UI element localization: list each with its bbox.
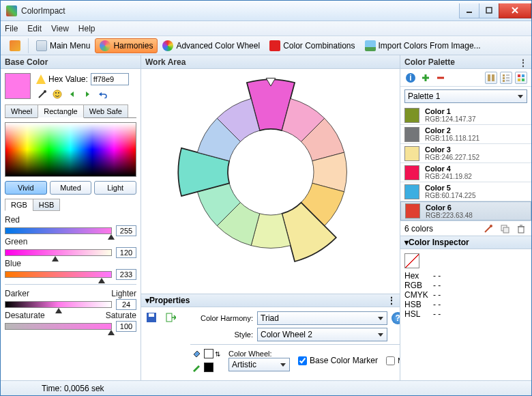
palette-swatch <box>405 203 420 218</box>
next-color-icon[interactable] <box>81 88 93 100</box>
palette-header: Color Palette⋮ <box>400 55 531 69</box>
swap-icon[interactable]: ⇅ <box>215 350 220 358</box>
trash-icon[interactable] <box>515 223 527 235</box>
palette-swatch <box>404 184 419 199</box>
close-button[interactable] <box>499 3 531 18</box>
svg-rect-18 <box>492 74 494 81</box>
blue-value[interactable] <box>116 269 136 280</box>
panel-menu-icon[interactable]: ⋮ <box>519 58 527 66</box>
remove-color-icon[interactable] <box>434 72 447 84</box>
tab-rectangle[interactable]: Rectangle <box>38 104 84 118</box>
menu-view[interactable]: View <box>51 24 69 33</box>
pencil-icon[interactable] <box>190 361 203 373</box>
tab-rgb[interactable]: RGB <box>5 199 33 211</box>
work-area-canvas[interactable] <box>141 69 400 294</box>
color-picker-rectangle[interactable] <box>5 122 136 177</box>
red-label: Red <box>5 215 20 225</box>
inspector-header: ▾ Color Inspector <box>400 236 531 249</box>
darklight-value[interactable] <box>116 299 136 310</box>
palette-item[interactable]: Color 4RGB:241.19.82 <box>400 163 531 182</box>
undo-icon[interactable] <box>96 88 108 100</box>
svg-rect-10 <box>149 313 154 317</box>
export-icon[interactable] <box>164 311 177 324</box>
menu-file[interactable]: File <box>5 24 18 33</box>
base-color-header: Base Color <box>1 55 141 69</box>
help-icon[interactable]: ? <box>391 312 400 324</box>
left-panel: Base Color Hex Value: <box>1 55 141 380</box>
wheel-combo[interactable]: Artistic <box>228 358 290 371</box>
toolbar-main-menu-button[interactable]: Main Menu <box>31 38 95 53</box>
svg-rect-11 <box>166 313 172 322</box>
titlebar: ColorImpact <box>1 1 531 21</box>
bg-swatch[interactable] <box>204 363 213 372</box>
smiley-icon[interactable] <box>51 88 63 100</box>
window-title: ColorImpact <box>21 6 460 16</box>
view-list-icon[interactable] <box>500 72 512 84</box>
palette-select[interactable]: Palette 1 <box>404 89 527 103</box>
svg-rect-28 <box>522 79 524 81</box>
palette-item[interactable]: Color 6RGB:223.63.48 <box>400 201 531 221</box>
palette-item[interactable]: Color 3RGB:246.227.152 <box>400 144 531 163</box>
tab-wheel[interactable]: Wheel <box>5 104 38 117</box>
info-icon[interactable]: i <box>404 72 417 84</box>
save-icon[interactable] <box>145 311 158 324</box>
muted-button[interactable]: Muted <box>50 181 92 195</box>
vivid-button[interactable]: Vivid <box>5 181 47 195</box>
desaturate-label: Desaturate <box>5 311 45 320</box>
light-button[interactable]: Light <box>94 181 136 195</box>
palette-item[interactable]: Color 2RGB:116.118.121 <box>400 125 531 144</box>
menu-edit[interactable]: Edit <box>27 24 42 33</box>
fill-icon[interactable] <box>190 348 203 360</box>
view-large-icon[interactable] <box>485 72 497 84</box>
maximize-button[interactable] <box>479 3 499 18</box>
svg-rect-26 <box>522 74 524 77</box>
palette-swatch <box>404 146 419 161</box>
svg-rect-19 <box>503 74 505 76</box>
palette-item[interactable]: Color 1RGB:124.147.37 <box>400 106 531 125</box>
toolbar-harmonies-button[interactable]: Harmonies <box>95 38 158 53</box>
toolbar-import-image-button[interactable]: Import Colors From Image... <box>360 38 486 53</box>
extra-checkbox[interactable]: M <box>386 356 400 365</box>
base-marker-checkbox[interactable]: Base Color Marker <box>298 356 378 365</box>
red-slider[interactable] <box>5 227 112 234</box>
palette-item-name: Color 4 <box>425 165 472 173</box>
green-label: Green <box>5 237 27 246</box>
toolbar-color-combinations-button[interactable]: Color Combinations <box>265 38 359 53</box>
hex-input[interactable] <box>91 73 129 85</box>
palette-count: 6 colors <box>404 224 433 234</box>
svg-point-7 <box>55 92 57 94</box>
base-color-swatch[interactable] <box>5 73 31 99</box>
green-value[interactable] <box>116 247 136 258</box>
eyedropper-icon[interactable] <box>482 223 494 235</box>
color-wheel[interactable] <box>165 66 376 278</box>
style-combo[interactable]: Color Wheel 2 <box>257 328 387 341</box>
saturation-slider[interactable] <box>5 323 112 330</box>
menu-help[interactable]: Help <box>78 24 95 33</box>
svg-rect-21 <box>503 80 505 82</box>
saturation-value[interactable] <box>116 321 136 332</box>
palette-swatch <box>404 165 419 180</box>
darklight-slider[interactable] <box>5 301 112 308</box>
prev-color-icon[interactable] <box>66 88 78 100</box>
harmony-combo[interactable]: Triad <box>257 311 387 325</box>
toolbar-advanced-wheel-button[interactable]: Advanced Color Wheel <box>158 38 265 53</box>
blue-slider[interactable] <box>5 271 112 278</box>
add-color-icon[interactable] <box>419 72 432 84</box>
panel-menu-icon[interactable]: ⋮ <box>387 296 396 305</box>
tab-websafe[interactable]: Web Safe <box>83 104 128 117</box>
svg-rect-20 <box>503 77 505 79</box>
palette-item[interactable]: Color 5RGB:60.174.225 <box>400 182 531 201</box>
tab-hsb[interactable]: HSB <box>33 199 61 211</box>
saturate-label: Saturate <box>106 311 136 320</box>
minimize-button[interactable] <box>459 3 479 18</box>
toolbar-back-button[interactable] <box>5 38 25 53</box>
red-value[interactable] <box>116 225 136 236</box>
properties-body: Color Harmony:Triad? Style:Color Wheel 2… <box>141 307 400 380</box>
copy-icon[interactable] <box>499 223 511 235</box>
view-grid-icon[interactable] <box>515 72 527 84</box>
palette-toolbar: i <box>400 69 531 87</box>
fg-swatch[interactable] <box>204 349 213 358</box>
palette-item-rgb: RGB:124.147.37 <box>425 115 476 123</box>
green-slider[interactable] <box>5 249 112 256</box>
eyedropper-icon[interactable] <box>36 88 48 100</box>
